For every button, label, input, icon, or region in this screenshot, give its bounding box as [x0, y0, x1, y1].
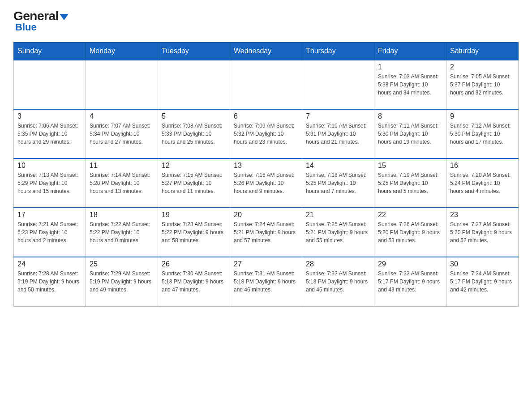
- page-header: General Blue: [13, 9, 519, 33]
- day-number: 19: [162, 211, 226, 219]
- day-info: Sunrise: 7:06 AM Sunset: 5:35 PM Dayligh…: [17, 122, 82, 146]
- day-info: Sunrise: 7:18 AM Sunset: 5:25 PM Dayligh…: [306, 171, 370, 195]
- day-info: Sunrise: 7:23 AM Sunset: 5:22 PM Dayligh…: [162, 220, 226, 244]
- calendar-day-header: Wednesday: [230, 43, 302, 60]
- calendar-cell: 3Sunrise: 7:06 AM Sunset: 5:35 PM Daylig…: [14, 109, 86, 158]
- calendar-cell: 14Sunrise: 7:18 AM Sunset: 5:25 PM Dayli…: [302, 158, 374, 208]
- calendar-cell: 21Sunrise: 7:25 AM Sunset: 5:21 PM Dayli…: [302, 208, 374, 257]
- day-number: 1: [378, 63, 442, 71]
- day-number: 14: [306, 162, 370, 170]
- logo-general-text: General: [13, 9, 59, 23]
- day-number: 4: [90, 112, 154, 120]
- day-number: 29: [378, 260, 442, 268]
- calendar-cell: 20Sunrise: 7:24 AM Sunset: 5:21 PM Dayli…: [230, 208, 302, 257]
- calendar-cell: [86, 60, 158, 109]
- calendar-cell: 17Sunrise: 7:21 AM Sunset: 5:23 PM Dayli…: [14, 208, 86, 257]
- calendar-cell: 2Sunrise: 7:05 AM Sunset: 5:37 PM Daylig…: [446, 60, 519, 109]
- calendar-cell: 12Sunrise: 7:15 AM Sunset: 5:27 PM Dayli…: [158, 158, 230, 208]
- calendar-cell: 1Sunrise: 7:03 AM Sunset: 5:38 PM Daylig…: [374, 60, 446, 109]
- day-number: 11: [90, 162, 154, 170]
- calendar-day-header: Monday: [86, 43, 158, 60]
- day-info: Sunrise: 7:30 AM Sunset: 5:18 PM Dayligh…: [162, 270, 226, 294]
- day-number: 28: [306, 260, 370, 268]
- day-number: 3: [17, 112, 82, 120]
- logo: General Blue: [13, 9, 69, 33]
- day-info: Sunrise: 7:33 AM Sunset: 5:17 PM Dayligh…: [378, 270, 442, 294]
- calendar-cell: 11Sunrise: 7:14 AM Sunset: 5:28 PM Dayli…: [86, 158, 158, 208]
- day-info: Sunrise: 7:22 AM Sunset: 5:22 PM Dayligh…: [90, 220, 154, 244]
- day-number: 5: [162, 112, 226, 120]
- day-number: 12: [162, 162, 226, 170]
- day-number: 18: [90, 211, 154, 219]
- day-number: 24: [17, 260, 82, 268]
- calendar-cell: [158, 60, 230, 109]
- day-info: Sunrise: 7:16 AM Sunset: 5:26 PM Dayligh…: [234, 171, 298, 195]
- day-info: Sunrise: 7:09 AM Sunset: 5:32 PM Dayligh…: [234, 122, 298, 146]
- calendar-week-row: 17Sunrise: 7:21 AM Sunset: 5:23 PM Dayli…: [14, 208, 519, 257]
- day-info: Sunrise: 7:15 AM Sunset: 5:27 PM Dayligh…: [162, 171, 226, 195]
- day-number: 30: [450, 260, 515, 268]
- calendar-week-row: 3Sunrise: 7:06 AM Sunset: 5:35 PM Daylig…: [14, 109, 519, 158]
- calendar-cell: 26Sunrise: 7:30 AM Sunset: 5:18 PM Dayli…: [158, 257, 230, 306]
- calendar-cell: 15Sunrise: 7:19 AM Sunset: 5:25 PM Dayli…: [374, 158, 446, 208]
- day-info: Sunrise: 7:27 AM Sunset: 5:20 PM Dayligh…: [450, 220, 515, 244]
- calendar-cell: 23Sunrise: 7:27 AM Sunset: 5:20 PM Dayli…: [446, 208, 519, 257]
- day-number: 15: [378, 162, 442, 170]
- calendar-cell: 6Sunrise: 7:09 AM Sunset: 5:32 PM Daylig…: [230, 109, 302, 158]
- day-info: Sunrise: 7:12 AM Sunset: 5:30 PM Dayligh…: [450, 122, 515, 146]
- calendar-cell: 16Sunrise: 7:20 AM Sunset: 5:24 PM Dayli…: [446, 158, 519, 208]
- day-info: Sunrise: 7:32 AM Sunset: 5:18 PM Dayligh…: [306, 270, 370, 294]
- day-info: Sunrise: 7:08 AM Sunset: 5:33 PM Dayligh…: [162, 122, 226, 146]
- day-info: Sunrise: 7:28 AM Sunset: 5:19 PM Dayligh…: [17, 270, 82, 294]
- calendar-cell: [14, 60, 86, 109]
- calendar-cell: 4Sunrise: 7:07 AM Sunset: 5:34 PM Daylig…: [86, 109, 158, 158]
- day-info: Sunrise: 7:31 AM Sunset: 5:18 PM Dayligh…: [234, 270, 298, 294]
- day-number: 6: [234, 112, 298, 120]
- calendar-cell: 10Sunrise: 7:13 AM Sunset: 5:29 PM Dayli…: [14, 158, 86, 208]
- day-info: Sunrise: 7:34 AM Sunset: 5:17 PM Dayligh…: [450, 270, 515, 294]
- calendar-cell: 18Sunrise: 7:22 AM Sunset: 5:22 PM Dayli…: [86, 208, 158, 257]
- calendar-cell: 29Sunrise: 7:33 AM Sunset: 5:17 PM Dayli…: [374, 257, 446, 306]
- calendar-day-header: Sunday: [14, 43, 86, 60]
- calendar-cell: 22Sunrise: 7:26 AM Sunset: 5:20 PM Dayli…: [374, 208, 446, 257]
- day-number: 21: [306, 211, 370, 219]
- day-number: 23: [450, 211, 515, 219]
- calendar-cell: 13Sunrise: 7:16 AM Sunset: 5:26 PM Dayli…: [230, 158, 302, 208]
- calendar-cell: 8Sunrise: 7:11 AM Sunset: 5:30 PM Daylig…: [374, 109, 446, 158]
- day-number: 22: [378, 211, 442, 219]
- day-number: 2: [450, 63, 515, 71]
- day-info: Sunrise: 7:05 AM Sunset: 5:37 PM Dayligh…: [450, 73, 515, 97]
- day-number: 17: [17, 211, 82, 219]
- day-info: Sunrise: 7:13 AM Sunset: 5:29 PM Dayligh…: [17, 171, 82, 195]
- day-number: 25: [90, 260, 154, 268]
- day-info: Sunrise: 7:20 AM Sunset: 5:24 PM Dayligh…: [450, 171, 515, 195]
- calendar-cell: 25Sunrise: 7:29 AM Sunset: 5:19 PM Dayli…: [86, 257, 158, 306]
- day-info: Sunrise: 7:19 AM Sunset: 5:25 PM Dayligh…: [378, 171, 442, 195]
- day-info: Sunrise: 7:26 AM Sunset: 5:20 PM Dayligh…: [378, 220, 442, 244]
- day-info: Sunrise: 7:07 AM Sunset: 5:34 PM Dayligh…: [90, 122, 154, 146]
- day-info: Sunrise: 7:25 AM Sunset: 5:21 PM Dayligh…: [306, 220, 370, 244]
- calendar-day-header: Friday: [374, 43, 446, 60]
- day-number: 26: [162, 260, 226, 268]
- calendar-cell: 30Sunrise: 7:34 AM Sunset: 5:17 PM Dayli…: [446, 257, 519, 306]
- day-number: 16: [450, 162, 515, 170]
- calendar-cell: 7Sunrise: 7:10 AM Sunset: 5:31 PM Daylig…: [302, 109, 374, 158]
- calendar-week-row: 1Sunrise: 7:03 AM Sunset: 5:38 PM Daylig…: [14, 60, 519, 109]
- day-info: Sunrise: 7:03 AM Sunset: 5:38 PM Dayligh…: [378, 73, 442, 97]
- day-info: Sunrise: 7:10 AM Sunset: 5:31 PM Dayligh…: [306, 122, 370, 146]
- calendar-cell: [230, 60, 302, 109]
- calendar-cell: 9Sunrise: 7:12 AM Sunset: 5:30 PM Daylig…: [446, 109, 519, 158]
- calendar-day-header: Saturday: [446, 43, 519, 60]
- calendar-day-header: Thursday: [302, 43, 374, 60]
- day-number: 8: [378, 112, 442, 120]
- day-number: 10: [17, 162, 82, 170]
- day-number: 27: [234, 260, 298, 268]
- calendar-cell: [302, 60, 374, 109]
- day-info: Sunrise: 7:11 AM Sunset: 5:30 PM Dayligh…: [378, 122, 442, 146]
- day-info: Sunrise: 7:24 AM Sunset: 5:21 PM Dayligh…: [234, 220, 298, 244]
- calendar-cell: 24Sunrise: 7:28 AM Sunset: 5:19 PM Dayli…: [14, 257, 86, 306]
- day-number: 20: [234, 211, 298, 219]
- calendar-cell: 27Sunrise: 7:31 AM Sunset: 5:18 PM Dayli…: [230, 257, 302, 306]
- calendar-week-row: 24Sunrise: 7:28 AM Sunset: 5:19 PM Dayli…: [14, 257, 519, 306]
- calendar-cell: 5Sunrise: 7:08 AM Sunset: 5:33 PM Daylig…: [158, 109, 230, 158]
